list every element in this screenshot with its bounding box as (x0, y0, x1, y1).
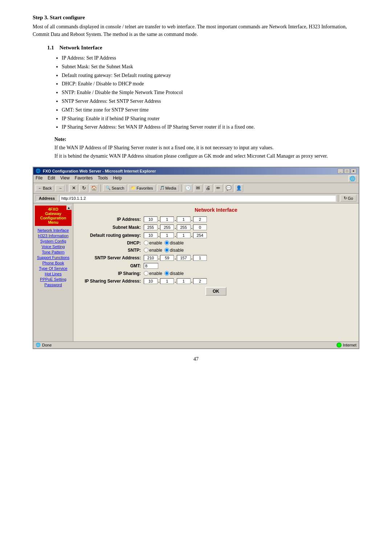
forward-arrow-icon: → (58, 186, 62, 190)
favorites-button[interactable]: 📁 Favorites (128, 185, 155, 191)
sntp-enable-radio[interactable] (144, 248, 148, 252)
subnet-mask-octet2[interactable] (160, 224, 174, 230)
gw-dot-3: . (191, 233, 192, 238)
restore-button[interactable]: □ (344, 169, 350, 174)
dhcp-disable-option[interactable]: disable (164, 240, 184, 246)
menu-view[interactable]: View (60, 175, 70, 182)
sntp-disable-radio[interactable] (164, 248, 169, 252)
refresh-button[interactable]: ↻ (79, 184, 88, 192)
ip-sharing-row: IP Sharing: enable disable (78, 271, 354, 276)
subnet-mask-row: Subnet Mask: . . . (78, 224, 354, 230)
address-bar: Address ↻ Go (33, 194, 359, 203)
gateway-octet4[interactable] (193, 232, 207, 238)
sidebar-item-tone-pattern[interactable]: Tone Pattern (35, 250, 72, 254)
discuss-button[interactable]: 💬 (224, 184, 233, 192)
browser-statusbar: 🌐 Done Internet (33, 341, 359, 348)
sidebar-item-type-of-service[interactable]: Type Of Service (35, 266, 72, 271)
step-heading: Step 3. Start configure (33, 15, 359, 21)
toolbar-separator-1 (67, 185, 67, 192)
menu-file[interactable]: File (36, 175, 42, 182)
sidebar-item-hot-lines[interactable]: Hot Lines (35, 272, 72, 276)
ip-address-label: IP Address: (78, 217, 144, 222)
sntp-label: SNTP: (78, 248, 144, 253)
subnet-mask-label: Subnet Mask: (78, 225, 144, 230)
mail-button[interactable]: ✉ (194, 184, 203, 192)
menu-edit[interactable]: Edit (48, 175, 55, 182)
gmt-row: GMT: (78, 263, 354, 269)
list-item: IP Sharing Server Address: Set WAN IP Ad… (62, 123, 359, 131)
sidebar-item-voice-setting[interactable]: Voice Setting (35, 244, 72, 249)
print-button[interactable]: 🖨 (204, 184, 213, 192)
ip-sharing-enable-option[interactable]: enable (144, 271, 162, 276)
subnet-mask-octet1[interactable] (144, 224, 158, 230)
zone-text: Internet (343, 343, 356, 347)
main-content: Network Interface IP Address: . . . (73, 203, 359, 341)
dhcp-enable-radio[interactable] (144, 240, 148, 245)
list-item: SNTP Server Address: Set SNTP Server Add… (62, 97, 359, 106)
section-heading: 1.1 Network Interface (47, 45, 359, 51)
sntp-server-octet1[interactable] (144, 255, 158, 261)
home-button[interactable]: 🏠 (90, 184, 98, 192)
ip-sharing-server-octet1[interactable] (144, 278, 158, 284)
minimize-button[interactable]: _ (338, 169, 343, 174)
close-button[interactable]: × (351, 169, 356, 174)
browser-window: 🌐 FXO Configuration Web Server - Microso… (33, 167, 359, 349)
ip-address-octet2[interactable] (160, 216, 174, 222)
sntp-server-octet4[interactable] (193, 255, 207, 261)
browser-toolbar: ← Back → ✕ ↻ 🏠 🔍 Search 📁 Favorites 🎵 Me… (33, 183, 359, 194)
ok-button[interactable]: OK (205, 287, 226, 296)
dhcp-enable-option[interactable]: enable (144, 240, 162, 246)
sidebar-item-support-functions[interactable]: Support Functions (35, 255, 72, 260)
sntp-server-octet3[interactable] (177, 255, 191, 261)
browser-logo-icon: 🌐 (348, 175, 356, 182)
forward-button[interactable]: → (56, 185, 65, 191)
gateway-octet3[interactable] (177, 232, 191, 238)
titlebar-controls[interactable]: _ □ × (338, 169, 356, 174)
ip-address-octet3[interactable] (177, 216, 191, 222)
sidebar-scroll-up[interactable]: ▲ (66, 206, 72, 210)
ip-sharing-server-octet3[interactable] (177, 278, 191, 284)
ip-sharing-label: IP Sharing: (78, 271, 144, 276)
sidebar-item-h323[interactable]: H323 Information (35, 234, 72, 238)
titlebar-left: 🌐 FXO Configuration Web Server - Microso… (36, 169, 156, 173)
sntp-server-octet2[interactable] (160, 255, 174, 261)
browser-menubar: File Edit View Favorites Tools Help 🌐 (33, 175, 359, 183)
stop-button[interactable]: ✕ (69, 184, 78, 192)
back-button[interactable]: ← Back (36, 185, 54, 191)
ip-sharing-disable-option[interactable]: disable (164, 271, 184, 276)
go-arrow-icon: ↻ (344, 196, 347, 200)
menu-favorites[interactable]: Favorites (75, 175, 93, 182)
ip-sharing-server-octet2[interactable] (160, 278, 174, 284)
gateway-label: Default routing gateway: (78, 233, 144, 238)
sidebar-item-system-config[interactable]: System Config (35, 239, 72, 243)
sidebar-item-pppoe-setting[interactable]: PPPoE Setting (35, 277, 72, 281)
menu-tools[interactable]: Tools (98, 175, 108, 182)
sidebar-item-network-interface[interactable]: Network Interface (35, 228, 72, 232)
dhcp-disable-radio[interactable] (164, 240, 169, 245)
gateway-octet1[interactable] (144, 232, 158, 238)
ip-sharing-enable-radio[interactable] (144, 271, 148, 276)
address-input[interactable] (60, 195, 336, 202)
note-line-1: If the WAN IP Address of IP Sharing Serv… (54, 145, 274, 150)
go-button[interactable]: ↻ Go (340, 195, 356, 202)
search-button[interactable]: 🔍 Search (103, 185, 127, 191)
subnet-mask-octet3[interactable] (177, 224, 191, 230)
messenger-button[interactable]: 👤 (234, 184, 243, 192)
ip-address-octet1[interactable] (144, 216, 158, 222)
sntp-enable-option[interactable]: enable (144, 248, 162, 253)
subnet-dot-1: . (158, 225, 159, 230)
menu-help[interactable]: Help (113, 175, 122, 182)
history-button[interactable]: 🕒 (184, 184, 192, 192)
gmt-input[interactable] (144, 263, 158, 269)
ip-sharing-disable-radio[interactable] (164, 271, 169, 276)
ip-sharing-server-octet4[interactable] (193, 278, 207, 284)
sntp-disable-option[interactable]: disable (164, 248, 184, 253)
list-item: GMT: Set time zone for SNTP Server time (62, 106, 359, 114)
media-button[interactable]: 🎵 Media (157, 185, 179, 191)
sidebar-item-password[interactable]: Password (35, 283, 72, 287)
gateway-octet2[interactable] (160, 232, 174, 238)
sidebar-item-phone-book[interactable]: Phone Book (35, 261, 72, 265)
ip-address-octet4[interactable] (193, 216, 207, 222)
subnet-mask-octet4[interactable] (193, 224, 207, 230)
edit-button[interactable]: ✏ (214, 184, 223, 192)
